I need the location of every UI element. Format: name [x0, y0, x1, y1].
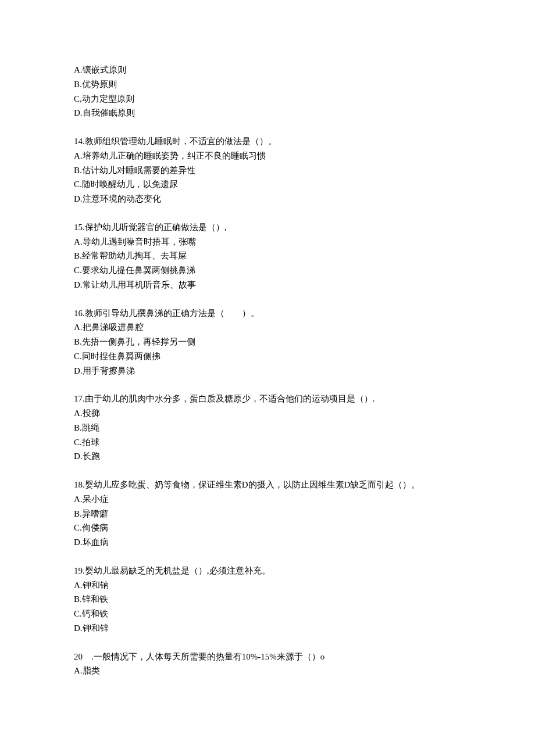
- option-c: C.随时唤醒幼儿，以免遗尿: [74, 177, 461, 192]
- option-b: B.异嗜癖: [74, 507, 461, 521]
- option-c: C,动力定型原则: [74, 92, 461, 106]
- option-b: B.经常帮助幼儿掏耳、去耳屎: [74, 249, 461, 263]
- option-a: A.把鼻涕吸进鼻腔: [74, 320, 461, 335]
- option-b: B.跳绳: [74, 421, 461, 435]
- option-b: B.优势原则: [74, 77, 461, 92]
- option-d: D.用手背擦鼻涕: [74, 364, 461, 378]
- question-stem: 16.教师引导幼儿撰鼻涕的正确方法是（ ）。: [74, 306, 461, 321]
- option-b: B.估计幼儿对睡眠需要的差异性: [74, 163, 461, 178]
- question-20: 20 .一般情况下，人体每天所需要的热量有10%-15%来源于（）o A.脂类: [74, 650, 461, 679]
- option-d: D.长跑: [74, 449, 461, 464]
- document-page: A.镶嵌式原则 B.优势原则 C,动力定型原则 D.自我催眠原则 14.教师组织…: [0, 0, 535, 756]
- option-b: B.先捂一侧鼻孔，再轻撑另一侧: [74, 335, 461, 349]
- option-c: C.拍球: [74, 435, 461, 450]
- option-b: B.锌和铁: [74, 592, 461, 607]
- option-d: D.自我催眠原则: [74, 106, 461, 120]
- option-a: A.投掷: [74, 406, 461, 421]
- option-a: A.钾和钠: [74, 578, 461, 593]
- question-stem: 19.婴幼儿最易缺乏的无机盐是（）,必须注意补充。: [74, 564, 461, 578]
- option-a: A.呆小症: [74, 492, 461, 507]
- option-c: C.同时捏住鼻翼两侧拂: [74, 349, 461, 364]
- option-d: D.钾和锌: [74, 621, 461, 636]
- question-13-partial: A.镶嵌式原则 B.优势原则 C,动力定型原则 D.自我催眠原则: [74, 63, 461, 120]
- option-a: A.培养幼儿正确的睡眠姿势，纠正不良的睡眠习惯: [74, 149, 461, 163]
- question-14: 14.教师组织管理幼儿睡眠时，不适宜的做法是（）。 A.培养幼儿正确的睡眠姿势，…: [74, 134, 461, 206]
- question-15: 15.保护幼儿听觉器官的正确做法是（）, A.导幼儿遇到噪音时捂耳，张嘴 B.经…: [74, 220, 461, 292]
- option-c: C.钙和铁: [74, 607, 461, 621]
- question-19: 19.婴幼儿最易缺乏的无机盐是（）,必须注意补充。 A.钾和钠 B.锌和铁 C.…: [74, 564, 461, 636]
- option-c: C.佝偻病: [74, 521, 461, 535]
- option-d: D.注意环境的动态变化: [74, 192, 461, 206]
- question-stem: 18.婴幼儿应多吃蛋、奶等食物，保证维生素D的摄入，以防止因维生素D缺乏而引起（…: [74, 478, 461, 492]
- option-c: C.要求幼儿提任鼻翼两侧挑鼻涕: [74, 263, 461, 278]
- option-d: D.坏血病: [74, 535, 461, 550]
- question-stem: 17.由于幼儿的肌肉中水分多，蛋白质及糖原少，不适合他们的运动项目是（）.: [74, 392, 461, 406]
- option-a: A.脂类: [74, 664, 461, 678]
- question-stem: 14.教师组织管理幼儿睡眠时，不适宜的做法是（）。: [74, 134, 461, 149]
- question-18: 18.婴幼儿应多吃蛋、奶等食物，保证维生素D的摄入，以防止因维生素D缺乏而引起（…: [74, 478, 461, 550]
- option-a: A.导幼儿遇到噪音时捂耳，张嘴: [74, 235, 461, 249]
- question-stem: 15.保护幼儿听觉器官的正确做法是（）,: [74, 220, 461, 235]
- question-16: 16.教师引导幼儿撰鼻涕的正确方法是（ ）。 A.把鼻涕吸进鼻腔 B.先捂一侧鼻…: [74, 306, 461, 378]
- option-a: A.镶嵌式原则: [74, 63, 461, 77]
- option-d: D.常让幼儿用耳机听音乐、故事: [74, 278, 461, 292]
- question-stem: 20 .一般情况下，人体每天所需要的热量有10%-15%来源于（）o: [74, 650, 461, 664]
- question-17: 17.由于幼儿的肌肉中水分多，蛋白质及糖原少，不适合他们的运动项目是（）. A.…: [74, 392, 461, 464]
